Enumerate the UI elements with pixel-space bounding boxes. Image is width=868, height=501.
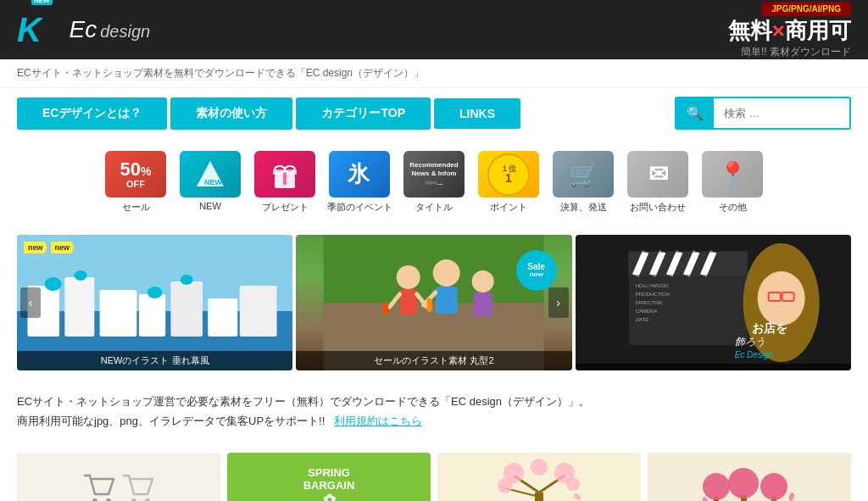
- svg-text:飾ろう: 飾ろう: [734, 336, 765, 348]
- nav-btn-links[interactable]: LINKS: [434, 98, 520, 129]
- thumb-spring[interactable]: SPRING BARGAIN ✿: [227, 453, 431, 501]
- svg-text:DATE:: DATE:: [635, 317, 650, 322]
- svg-text:HOLLYWOOD: HOLLYWOOD: [635, 283, 668, 288]
- description-line1: ECサイト・ネットショップ運営で必要な素材をフリー（無料）でダウンロードできる「…: [17, 392, 851, 411]
- sale-50-text: 50%: [120, 160, 152, 179]
- description-area: ECサイト・ネットショップ運営で必要な素材をフリー（無料）でダウンロードできる「…: [0, 379, 868, 444]
- thumb-trees[interactable]: [648, 453, 851, 501]
- title-icon: Recommended News & Infom ○○○...: [403, 151, 465, 198]
- present-icon: [254, 151, 315, 198]
- svg-text:CAMERA:: CAMERA:: [635, 309, 659, 314]
- logo-design: design: [100, 22, 150, 42]
- nav-bar: ECデザインとは？ 素材の使い方 カテゴリーTOP LINKS 🔍: [0, 88, 868, 138]
- svg-point-30: [433, 259, 460, 287]
- svg-point-72: [566, 477, 580, 491]
- svg-text:PRODUCTION: PRODUCTION: [635, 292, 669, 297]
- svg-rect-27: [400, 289, 417, 315]
- svg-point-22: [147, 287, 163, 298]
- category-cart[interactable]: 🛒 決算、発送: [549, 151, 617, 214]
- terms-link[interactable]: 利用規約はこちら: [334, 415, 422, 427]
- other-icon: 📍: [702, 151, 763, 198]
- breadcrumb-text: ECサイト・ネットショップ素材を無料でダウンロードできる「EC design（デ…: [17, 67, 424, 79]
- category-sale-label: セール: [122, 201, 150, 214]
- slide-1: new new ‹ NEWのイラスト 垂れ幕風: [17, 235, 292, 370]
- category-other-label: その他: [719, 201, 747, 214]
- category-point-label: ポイント: [490, 201, 527, 214]
- category-title[interactable]: Recommended News & Infom ○○○... タイトル: [400, 151, 468, 214]
- category-present[interactable]: プレゼント: [251, 151, 319, 214]
- svg-rect-31: [436, 287, 458, 314]
- svg-rect-20: [208, 298, 237, 337]
- slide2-caption: セールのイラスト素材 丸型2: [296, 351, 571, 370]
- category-cart-label: 決算、発送: [560, 201, 607, 214]
- header-badge: JPG/PNG/AI/PNG: [761, 2, 851, 16]
- svg-point-81: [728, 468, 759, 498]
- thumb-sakura[interactable]: [437, 453, 641, 501]
- slide-arrow-right[interactable]: ›: [548, 287, 569, 318]
- description-line2: 商用利用可能なjpg、png、イラレデータで集客UPをサポート!! 利用規約はこ…: [17, 411, 851, 431]
- header-cross: ×: [772, 18, 785, 43]
- svg-rect-19: [170, 281, 203, 337]
- svg-text:NEW: NEW: [204, 178, 223, 186]
- slide3-caption: [576, 364, 851, 370]
- logo-ec: Ec: [70, 16, 97, 43]
- cart-icon: 🛒: [553, 151, 614, 198]
- sale-icon: 50% OFF: [105, 151, 166, 198]
- category-contact[interactable]: ✉ お問い合わせ: [624, 151, 692, 214]
- svg-rect-14: [64, 277, 94, 337]
- breadcrumb: ECサイト・ネットショップ素材を無料でダウンロードできる「EC design（デ…: [0, 59, 868, 88]
- svg-rect-36: [383, 303, 388, 315]
- category-title-label: タイトル: [415, 201, 453, 214]
- svg-rect-15: [100, 290, 137, 337]
- category-contact-label: お問い合わせ: [630, 201, 686, 214]
- slide1-new-badges: new new: [24, 242, 74, 253]
- svg-point-16: [45, 277, 62, 291]
- svg-point-33: [472, 270, 494, 292]
- slide-3: HOLLYWOOD PRODUCTION DIRECTOR: CAMERA: D…: [576, 235, 851, 370]
- search-button[interactable]: 🔍: [676, 98, 714, 128]
- svg-text:お店を: お店を: [751, 321, 787, 335]
- header-commercial-text: 商用可: [785, 18, 851, 43]
- nav-btn-category[interactable]: カテゴリーTOP: [296, 97, 431, 130]
- logo-text-wrapper: Ec design: [70, 16, 151, 43]
- header-free-text: 無料: [728, 18, 772, 43]
- nav-btn-about[interactable]: ECデザインとは？: [17, 97, 167, 130]
- logo-new-badge: NEW: [31, 0, 53, 5]
- category-present-label: プレゼント: [262, 201, 309, 214]
- description-line2-text: 商用利用可能なjpg、png、イラレデータで集客UPをサポート!!: [17, 415, 325, 427]
- point-icon: １位 1: [478, 151, 539, 198]
- svg-text:1: 1: [505, 171, 512, 185]
- search-input[interactable]: [714, 100, 849, 126]
- svg-text:Ec Design: Ec Design: [734, 350, 773, 359]
- category-new-label: NEW: [199, 201, 221, 211]
- svg-rect-18: [139, 294, 165, 337]
- category-point[interactable]: １位 1 ポイント: [475, 151, 542, 214]
- svg-point-23: [181, 275, 193, 285]
- header: K NEW Ec design JPG/PNG/AI/PNG 無料×商用可 簡単…: [0, 0, 868, 59]
- category-season-label: 季節のイベント: [327, 201, 392, 214]
- category-season[interactable]: 氷 季節のイベント: [326, 151, 393, 214]
- new-icon: NEW: [180, 151, 241, 198]
- category-bar: 50% OFF セール NEW NEW: [0, 138, 868, 226]
- thumb-shopping[interactable]: [17, 453, 220, 501]
- category-other[interactable]: 📍 その他: [698, 151, 766, 214]
- svg-rect-21: [240, 286, 277, 337]
- search-area: 🔍: [675, 97, 851, 130]
- slide-arrow-left[interactable]: ‹: [20, 287, 41, 318]
- header-right: JPG/PNG/AI/PNG 無料×商用可 簡単!! 素材ダウンロード: [728, 0, 851, 58]
- season-icon: 氷: [329, 151, 390, 198]
- svg-point-17: [75, 270, 87, 281]
- svg-point-79: [703, 473, 730, 500]
- nav-btn-usage[interactable]: 素材の使い方: [170, 97, 292, 130]
- category-sale[interactable]: 50% OFF セール: [102, 151, 170, 214]
- svg-text:DIRECTOR:: DIRECTOR:: [635, 300, 663, 305]
- header-main-text: 無料×商用可: [728, 18, 851, 44]
- svg-rect-34: [474, 292, 492, 316]
- category-new[interactable]: NEW NEW: [176, 151, 244, 214]
- svg-point-83: [760, 473, 787, 500]
- thumbnail-row: SPRING BARGAIN ✿: [0, 444, 868, 501]
- svg-rect-35: [427, 298, 432, 312]
- header-sub-text: 簡単!! 素材ダウンロード: [728, 45, 851, 59]
- contact-icon: ✉: [627, 151, 688, 198]
- slide1-caption: NEWのイラスト 垂れ幕風: [17, 351, 292, 370]
